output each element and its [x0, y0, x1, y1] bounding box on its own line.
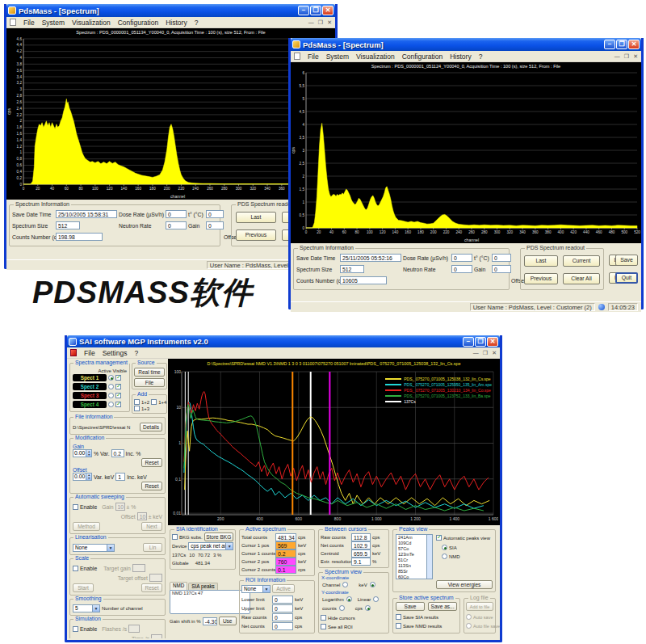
sia-radio[interactable]: [442, 545, 447, 550]
maximize-button[interactable]: ❐: [475, 337, 486, 347]
save-date-field[interactable]: 25/11/2005 05:52:16: [340, 254, 401, 262]
menu-system[interactable]: System: [326, 53, 349, 61]
store-bkg-button[interactable]: Store BKG: [204, 532, 233, 541]
neutron-rate-field[interactable]: 0: [451, 265, 472, 273]
mdi-controls[interactable]: —❐✕: [615, 53, 638, 60]
mdi-controls[interactable]: —❐✕: [473, 350, 497, 356]
save-button[interactable]: Save: [396, 602, 425, 611]
channel-radio[interactable]: [342, 582, 348, 587]
scrollbar[interactable]: [426, 535, 432, 579]
save-as-button[interactable]: Save as...: [428, 602, 457, 611]
spect-1-active-radio[interactable]: [108, 375, 114, 381]
save-sia-results-checkbox[interactable]: [396, 614, 401, 620]
counts-radio[interactable]: [339, 605, 345, 611]
offset-reset-button[interactable]: Reset: [141, 482, 162, 490]
smoothing-combo[interactable]: 5▼: [73, 604, 100, 612]
last-button[interactable]: Last: [524, 255, 558, 267]
maximize-button[interactable]: ❐: [616, 40, 627, 49]
view-energies-button[interactable]: View energies: [436, 580, 493, 589]
linear-radio[interactable]: [373, 596, 379, 602]
use-button[interactable]: Use: [219, 617, 237, 625]
offset-inc-field[interactable]: 1: [115, 473, 125, 481]
counts-number-field[interactable]: 198.98: [56, 233, 103, 241]
spect-4-active-radio[interactable]: [108, 402, 114, 407]
tab-nmd[interactable]: NMD: [170, 582, 187, 590]
dose-rate-field[interactable]: 0: [451, 254, 472, 262]
cps-radio[interactable]: [365, 605, 371, 611]
details-button[interactable]: Details: [140, 423, 162, 431]
menu-history[interactable]: History: [166, 19, 187, 27]
close-button[interactable]: ✕: [628, 40, 640, 49]
scale-enable-checkbox[interactable]: [73, 566, 78, 571]
titlebar[interactable]: PdsMass - [Spectrum] − ❐ ✕: [291, 38, 641, 51]
roi-upper-field[interactable]: 0: [272, 604, 293, 612]
sweeping-enable-checkbox[interactable]: [73, 504, 78, 510]
spect-4-visible-checkbox[interactable]: [115, 402, 121, 407]
tab-sia-peaks[interactable]: SIA peaks: [188, 583, 217, 590]
gain-spinner[interactable]: 0.00▲▼: [73, 449, 92, 457]
clear-all-button[interactable]: Clear All: [563, 273, 600, 284]
minimize-button[interactable]: −: [463, 337, 474, 347]
save-date-field[interactable]: 25/10/2005 15:58:31: [56, 210, 117, 218]
kev-radio[interactable]: [370, 582, 375, 587]
logarithm-radio[interactable]: [346, 596, 352, 602]
menu-help[interactable]: ?: [134, 349, 138, 357]
bkg-subs-checkbox[interactable]: [172, 534, 178, 540]
menu-settings[interactable]: Settings: [103, 349, 128, 357]
gain-field[interactable]: 0: [492, 265, 511, 273]
minimize-button[interactable]: −: [298, 6, 309, 15]
save-nmd-results-checkbox[interactable]: [396, 623, 401, 629]
current-button[interactable]: Current: [563, 255, 600, 267]
menu-configuration[interactable]: Configuration: [118, 19, 159, 27]
close-button[interactable]: ✕: [322, 6, 333, 15]
spect-1-visible-checkbox[interactable]: [115, 375, 121, 381]
last-button[interactable]: Last: [236, 212, 276, 223]
file-button[interactable]: File: [134, 378, 165, 387]
spect-2-visible-checkbox[interactable]: [115, 384, 121, 389]
add-1-4-checkbox[interactable]: [151, 399, 157, 405]
menu-file[interactable]: File: [23, 19, 35, 27]
save-button[interactable]: Save: [615, 255, 638, 266]
temperature-field[interactable]: 0: [492, 254, 511, 262]
spectrum-size-field[interactable]: 512: [340, 265, 364, 273]
spect-3-visible-checkbox[interactable]: [115, 393, 121, 398]
simulation-enable-checkbox[interactable]: [73, 626, 78, 632]
menu-help[interactable]: ?: [195, 19, 199, 27]
counts-number-field[interactable]: 10605: [340, 276, 387, 284]
minimize-button[interactable]: −: [604, 40, 615, 49]
temperature-field[interactable]: 0: [206, 210, 224, 218]
neutron-rate-field[interactable]: 0: [166, 221, 187, 229]
dose-rate-field[interactable]: 0: [166, 210, 187, 218]
titlebar[interactable]: PdsMass - [Spectrum] − ❐ ✕: [6, 4, 335, 17]
menu-file[interactable]: File: [308, 53, 319, 61]
spect-3-active-radio[interactable]: [108, 393, 114, 398]
close-button[interactable]: ✕: [487, 337, 498, 347]
previous-button[interactable]: Previous: [236, 229, 276, 241]
hide-cursors-checkbox[interactable]: [321, 615, 326, 621]
real-time-button[interactable]: Real time: [134, 368, 165, 377]
mdi-controls[interactable]: —❐✕: [308, 19, 332, 26]
spect-2-active-radio[interactable]: [108, 384, 114, 389]
quit-button[interactable]: Quit: [615, 272, 638, 284]
gain-reset-button[interactable]: Reset: [141, 458, 162, 467]
menu-file[interactable]: File: [84, 349, 95, 357]
maximize-button[interactable]: ❐: [310, 6, 321, 15]
previous-button[interactable]: Previous: [524, 273, 558, 284]
menu-system[interactable]: System: [42, 19, 65, 27]
analysis-chart[interactable]: 2004006008001 0001 2001 4001 6001001010,…: [168, 359, 500, 525]
see-all-roi-checkbox[interactable]: [321, 624, 326, 629]
offset-spinner[interactable]: 0.00▲▼: [73, 473, 92, 481]
menu-help[interactable]: ?: [479, 53, 483, 61]
spectrum-size-field[interactable]: 512: [56, 221, 80, 229]
menu-history[interactable]: History: [450, 53, 471, 61]
linearisation-combo[interactable]: None▼: [73, 544, 115, 552]
peaks-listbox[interactable]: 241Am109Cd57Co123mTe51Cr113Sn85Sr60Co137…: [396, 534, 433, 579]
titlebar[interactable]: SAI software MGP Instruments v2.0 − ❐ ✕: [67, 335, 500, 347]
add-1-2-checkbox[interactable]: [134, 399, 140, 405]
menu-configuration[interactable]: Configuration: [402, 53, 443, 61]
nmd-radio[interactable]: [442, 554, 447, 559]
menu-visualization[interactable]: Visualization: [72, 19, 111, 27]
automatic-peaks-checkbox[interactable]: [436, 535, 442, 541]
gain-inc-field[interactable]: 0.2: [111, 449, 124, 457]
add-1-3-checkbox[interactable]: [134, 406, 140, 411]
